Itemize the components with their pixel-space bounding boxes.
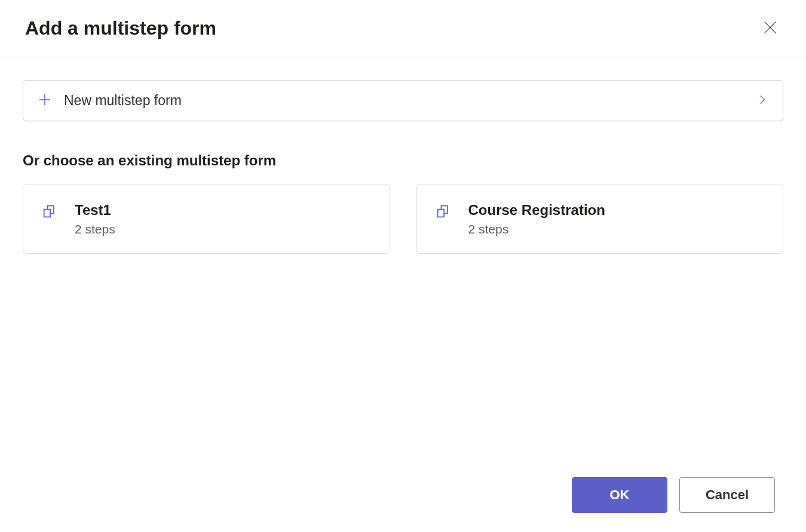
new-form-label: New multistep form [64,93,182,109]
form-card-text: Test1 2 steps [75,202,115,236]
form-card-subtitle: 2 steps [75,222,115,236]
dialog-title: Add a multistep form [25,17,216,39]
dialog-body: New multistep form Or choose an existing… [0,57,806,254]
form-card-test1[interactable]: Test1 2 steps [23,184,390,254]
cancel-button[interactable]: Cancel [679,477,775,513]
new-multistep-form-button[interactable]: New multistep form [23,80,783,121]
multistep-form-icon [41,202,58,222]
form-card-subtitle: 2 steps [468,222,605,236]
form-card-text: Course Registration 2 steps [468,202,605,236]
dialog-header: Add a multistep form [0,0,806,57]
dialog-footer: OK Cancel [572,477,775,513]
multistep-form-icon [435,202,452,222]
new-form-left: New multistep form [38,93,182,109]
form-card-course-registration[interactable]: Course Registration 2 steps [416,184,784,254]
ok-button[interactable]: OK [572,477,667,513]
plus-icon [38,93,52,109]
form-card-title: Test1 [75,202,115,219]
close-icon [762,19,779,38]
form-card-title: Course Registration [468,202,605,219]
close-button[interactable] [759,17,781,40]
chevron-right-icon [756,94,768,107]
form-cards: Test1 2 steps Course Registration 2 step… [23,184,783,254]
existing-forms-heading: Or choose an existing multistep form [23,152,783,169]
